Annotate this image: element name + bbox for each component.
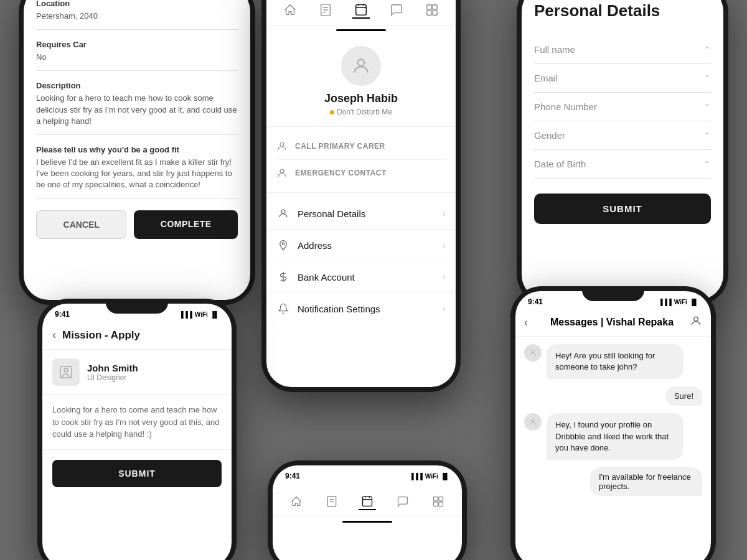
- car-field: Requires Car No: [36, 40, 238, 71]
- menu-personal-label: Personal Details: [298, 208, 443, 219]
- back-button-4[interactable]: ‹: [52, 329, 56, 342]
- field-dob[interactable]: Date of Birth ⌃: [534, 150, 711, 179]
- svg-rect-28: [433, 502, 438, 506]
- dollar-icon: [276, 270, 290, 284]
- menu-notifications[interactable]: Notification Settings ›: [266, 293, 456, 324]
- svg-rect-11: [432, 11, 436, 15]
- message-3: Hey, I found your profile on Dribbble an…: [524, 413, 702, 460]
- status-time-6: 9:41: [528, 297, 543, 306]
- form-content: Personal Details Full name ⌃ Email ⌃ Pho…: [522, 0, 723, 239]
- field-fullname[interactable]: Full name ⌃: [534, 35, 711, 64]
- wifi-icon-4: WiFi: [195, 311, 208, 318]
- chevron-icon-dob: ⌃: [703, 159, 711, 169]
- chevron-icon-gender: ⌃: [703, 131, 711, 141]
- field-dob-label: Date of Birth: [534, 159, 586, 169]
- bell-icon: [276, 302, 290, 315]
- svg-rect-4: [356, 5, 367, 16]
- profile-status: Don't Disturb Me: [330, 108, 392, 116]
- svg-rect-10: [426, 11, 431, 15]
- person-icon: [276, 207, 290, 220]
- svg-rect-22: [362, 497, 372, 506]
- phone-bottom-partial: 9:41 ▐▐▐ WiFi ▐▌: [268, 460, 467, 560]
- mission-apply-title: Mission - Apply: [62, 329, 140, 342]
- field-phone-label: Phone Number: [534, 101, 597, 112]
- complete-button[interactable]: COMPLETE: [134, 210, 238, 239]
- call-primary-label: CALL PRIMARY CARER: [295, 142, 385, 151]
- phone-personal-details: Personal Details Full name ⌃ Email ⌃ Pho…: [517, 0, 728, 305]
- fit-value: I believe I'd be an excellent fit as I m…: [36, 157, 238, 191]
- signal-5: ▐▐▐: [410, 473, 423, 480]
- status-dot: [330, 110, 334, 114]
- call-primary-carer[interactable]: CALL PRIMARY CARER: [276, 133, 446, 160]
- nav-bar: [266, 0, 456, 26]
- field-phone[interactable]: Phone Number ⌃: [534, 93, 711, 121]
- menu-personal-details[interactable]: Personal Details ›: [266, 198, 456, 230]
- nav-calendar[interactable]: [352, 1, 370, 19]
- phone-job-review-screen: Location Petersham, 2040 Requires Car No…: [24, 0, 250, 300]
- svg-point-13: [280, 142, 284, 146]
- phone4-notch: [106, 299, 168, 314]
- chevron-right-icon3: ›: [443, 271, 446, 282]
- svg-point-31: [532, 350, 535, 353]
- chevron-right-icon4: ›: [443, 303, 446, 314]
- menu-section: Personal Details › Address › Bank: [266, 193, 456, 329]
- description-value: Looking for a hero to teach me how to co…: [36, 93, 238, 127]
- menu-address-label: Address: [298, 240, 443, 251]
- car-value: No: [36, 52, 238, 63]
- status-text: Don't Disturb Me: [337, 108, 392, 116]
- applicant-avatar: [52, 358, 80, 386]
- field-email[interactable]: Email ⌃: [534, 64, 711, 93]
- svg-point-30: [694, 317, 698, 321]
- status-bar-5: 9:41 ▐▐▐ WiFi ▐▌: [273, 465, 462, 483]
- applicant-name: John Smith: [87, 363, 138, 373]
- submit-button[interactable]: SUBMIT: [534, 194, 711, 224]
- mission-apply-header: ‹ Mission - Apply: [42, 321, 232, 350]
- location-field: Location Petersham, 2040: [36, 0, 238, 30]
- status-time-4: 9:41: [55, 310, 70, 319]
- phone-bottom-partial-screen: 9:41 ▐▐▐ WiFi ▐▌: [273, 465, 462, 560]
- profile-header: Joseph Habib Don't Disturb Me: [266, 31, 456, 127]
- msg-bubble-2: Sure!: [665, 386, 702, 406]
- menu-bank-account[interactable]: Bank Account ›: [266, 261, 456, 293]
- battery-5: ▐▌: [441, 473, 449, 480]
- nav5-grid[interactable]: [430, 493, 447, 510]
- status-icons-6: ▐▐▐ WiFi ▐▌: [659, 299, 698, 306]
- svg-point-32: [532, 419, 535, 422]
- message-1: Hey! Are you still looking for someone t…: [524, 344, 702, 379]
- messages-header: ‹ Messages | Vishal Repaka: [515, 309, 711, 337]
- wifi-5: WiFi: [425, 473, 438, 480]
- emergency-contact[interactable]: EMERGENCY CONTACT: [276, 160, 446, 186]
- chevron-icon-fullname: ⌃: [703, 45, 711, 55]
- message-2: Sure!: [524, 386, 702, 406]
- fit-field: Please tell us why you'd be a good fit I…: [36, 145, 238, 199]
- applicant-info: John Smith UI Designer: [87, 363, 138, 382]
- chevron-icon-phone: ⌃: [703, 102, 711, 112]
- nav5-doc[interactable]: [323, 493, 341, 510]
- phone-member-profile: 9:41 ▐▐▐ WiFi ▐▌: [261, 0, 461, 392]
- submit-button-4[interactable]: SUBMIT: [52, 460, 222, 487]
- fit-label: Please tell us why you'd be a good fit: [36, 145, 238, 154]
- status-time-5: 9:41: [285, 472, 300, 480]
- cancel-button[interactable]: CANCEL: [36, 210, 126, 239]
- nav-bar-5: [273, 483, 462, 517]
- svg-point-15: [281, 210, 285, 213]
- menu-address[interactable]: Address ›: [266, 230, 456, 261]
- nav-doc[interactable]: [317, 1, 334, 19]
- messages-user-icon[interactable]: [690, 315, 702, 330]
- svg-point-12: [358, 59, 365, 66]
- nav5-home[interactable]: [288, 493, 305, 510]
- phone-form-screen: Personal Details Full name ⌃ Email ⌃ Pho…: [522, 0, 723, 300]
- nav-indicator-5: [342, 521, 392, 523]
- nav-grid[interactable]: [423, 1, 441, 19]
- svg-rect-8: [426, 5, 431, 9]
- mission-description: Looking for a hero to come and teach me …: [42, 395, 232, 450]
- nav5-chat[interactable]: [394, 493, 411, 510]
- nav5-calendar[interactable]: [359, 493, 376, 510]
- svg-rect-26: [433, 497, 438, 502]
- applicant-card: John Smith UI Designer: [42, 350, 232, 395]
- nav-home[interactable]: [281, 1, 299, 19]
- field-gender[interactable]: Gender ⌃: [534, 121, 711, 150]
- back-button-6[interactable]: ‹: [524, 316, 528, 329]
- nav-chat[interactable]: [388, 1, 405, 19]
- emergency-label: EMERGENCY CONTACT: [295, 169, 387, 177]
